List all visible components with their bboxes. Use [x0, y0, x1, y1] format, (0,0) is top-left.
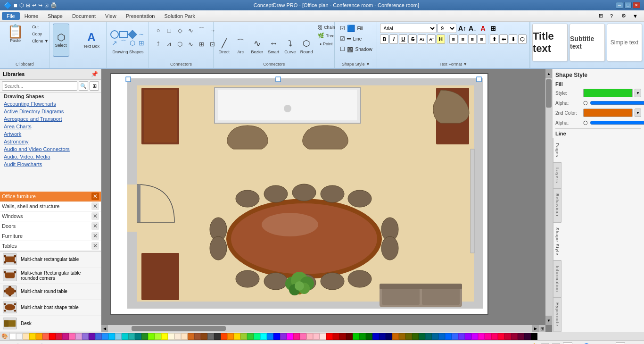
- tab-information[interactable]: Information: [553, 260, 561, 297]
- font-shrink-button[interactable]: A↓: [468, 24, 477, 33]
- color-swatch[interactable]: [194, 333, 201, 340]
- help-button[interactable]: ?: [610, 13, 619, 19]
- second-alpha-slider[interactable]: [590, 120, 644, 125]
- shape-rect[interactable]: [119, 31, 128, 38]
- settings-button[interactable]: ⚙: [621, 13, 631, 19]
- color-swatch[interactable]: [392, 333, 399, 340]
- close-lib-windows[interactable]: ✕: [91, 212, 99, 220]
- lib-name-tables[interactable]: Tables: [2, 243, 17, 249]
- scroll-down-button[interactable]: ▼: [545, 316, 552, 325]
- color-swatch[interactable]: [181, 333, 188, 340]
- connector-smart[interactable]: ↔ Smart: [266, 24, 281, 56]
- color-swatch[interactable]: [102, 333, 108, 340]
- subtitle-text-card[interactable]: Subtitle text: [570, 24, 605, 61]
- color-swatch[interactable]: [379, 333, 386, 340]
- color-swatch[interactable]: [419, 333, 425, 340]
- connector-round[interactable]: ⬡ Round: [299, 24, 314, 56]
- chair-1[interactable]: [236, 190, 259, 207]
- color-swatch[interactable]: [445, 333, 452, 340]
- lib-item-drawing-shapes[interactable]: Drawing Shapes: [0, 92, 101, 100]
- tab-pages[interactable]: Pages: [553, 138, 561, 163]
- color-swatch[interactable]: [333, 333, 339, 340]
- lib-item-aerospace[interactable]: Aerospace and Transport: [0, 115, 101, 123]
- handle-tc[interactable]: [276, 77, 281, 82]
- align-center-button[interactable]: ≡: [459, 34, 467, 44]
- fit-page-button[interactable]: ⊞: [539, 325, 545, 332]
- font-grow-button[interactable]: A↑: [457, 24, 467, 33]
- color-swatch[interactable]: [412, 333, 419, 340]
- lib-name-windows[interactable]: Windows: [2, 213, 23, 219]
- chair-6[interactable]: [236, 270, 259, 287]
- color-swatch[interactable]: [452, 333, 458, 340]
- color-swatch[interactable]: [128, 333, 135, 340]
- shape-hex[interactable]: ⬡: [128, 39, 137, 48]
- connector-curve[interactable]: ⤵ Curve: [282, 24, 297, 56]
- color-swatch[interactable]: [168, 333, 174, 340]
- shape-curve[interactable]: ⌒: [119, 39, 128, 48]
- color-swatch[interactable]: [188, 333, 194, 340]
- scroll-left-button[interactable]: ◀: [101, 325, 108, 332]
- close-lib-walls[interactable]: ✕: [91, 202, 99, 210]
- scroll-up-button[interactable]: ▲: [545, 69, 552, 78]
- color-swatch[interactable]: [346, 333, 353, 340]
- chair-2[interactable]: [264, 185, 288, 202]
- select-button[interactable]: ⬡ Select: [53, 24, 69, 57]
- color-swatch[interactable]: [207, 333, 214, 340]
- color-swatch[interactable]: [214, 333, 221, 340]
- tab-hypernote[interactable]: Hypernote: [553, 297, 561, 332]
- simple-text-card[interactable]: Simple text: [607, 24, 642, 61]
- drawing-shapes-button[interactable]: ～ ↗ ⌒ ⬡ ⊞ Drawing Shapes: [109, 25, 147, 59]
- main-canvas[interactable]: [101, 69, 552, 332]
- horizontal-scrollbar[interactable]: ◀ ▶ ⊞: [101, 325, 545, 332]
- shape-diamond[interactable]: [128, 30, 137, 39]
- h-scroll-thumb[interactable]: [132, 326, 226, 331]
- close-lib-furniture[interactable]: ✕: [91, 232, 99, 240]
- bold-button[interactable]: B: [380, 34, 388, 44]
- color-swatch[interactable]: [287, 333, 293, 340]
- fill-alpha-slider[interactable]: [590, 101, 644, 105]
- color-swatch[interactable]: [82, 333, 89, 340]
- superscript-button[interactable]: A²: [427, 34, 436, 44]
- close-lib-tables[interactable]: ✕: [91, 242, 99, 250]
- view-toggle-button[interactable]: ⊞: [90, 81, 99, 91]
- color-swatch[interactable]: [339, 333, 346, 340]
- tab-behaviour[interactable]: Behaviour: [553, 188, 561, 222]
- font-more-button[interactable]: ⊞: [488, 24, 498, 33]
- color-swatch[interactable]: [42, 333, 49, 340]
- color-swatch[interactable]: [280, 333, 287, 340]
- second-color-swatch[interactable]: [583, 109, 633, 117]
- align-right-button[interactable]: ≡: [468, 34, 477, 44]
- tab-shape-style[interactable]: Shape Style: [553, 222, 561, 261]
- color-swatch[interactable]: [498, 333, 504, 340]
- italic-button[interactable]: I: [389, 34, 398, 44]
- color-swatch[interactable]: [353, 333, 359, 340]
- fill-style-color[interactable]: [583, 89, 633, 97]
- shadow-toggle[interactable]: ☐ ▩ Shadow: [338, 44, 374, 54]
- color-swatch[interactable]: [511, 333, 518, 340]
- color-swatch[interactable]: [36, 333, 42, 340]
- color-swatch[interactable]: [254, 333, 260, 340]
- valign-bottom-button[interactable]: ⬇: [509, 34, 517, 44]
- font-color-button[interactable]: A: [478, 24, 487, 33]
- line-toggle[interactable]: ☑ ━ Line: [338, 34, 374, 43]
- menu-home[interactable]: Home: [20, 12, 43, 20]
- color-swatch[interactable]: [240, 333, 247, 340]
- lib-name-furniture[interactable]: Furniture: [2, 233, 23, 239]
- lib-item-active-directory[interactable]: Active Directory Diagrams: [0, 108, 101, 115]
- menu-view[interactable]: View: [100, 12, 121, 20]
- close-lib-office-furniture[interactable]: ✕: [91, 193, 99, 200]
- color-swatch[interactable]: [9, 333, 16, 340]
- color-swatch[interactable]: [293, 333, 300, 340]
- title-text-card[interactable]: Title text: [532, 24, 568, 61]
- color-swatch[interactable]: [260, 333, 267, 340]
- color-swatch[interactable]: [49, 333, 56, 340]
- color-swatch[interactable]: [155, 333, 161, 340]
- lib-name-walls[interactable]: Walls, shell and structure: [2, 203, 59, 209]
- search-button[interactable]: 🔍: [79, 81, 88, 91]
- connector-arc[interactable]: ⌒ Arc: [233, 24, 248, 56]
- minimize-button[interactable]: ─: [616, 2, 623, 8]
- restore-button[interactable]: □: [624, 2, 632, 8]
- highlight-button[interactable]: H: [437, 34, 445, 44]
- color-swatch[interactable]: [174, 333, 181, 340]
- cabinet-bottomleft[interactable]: [141, 253, 179, 300]
